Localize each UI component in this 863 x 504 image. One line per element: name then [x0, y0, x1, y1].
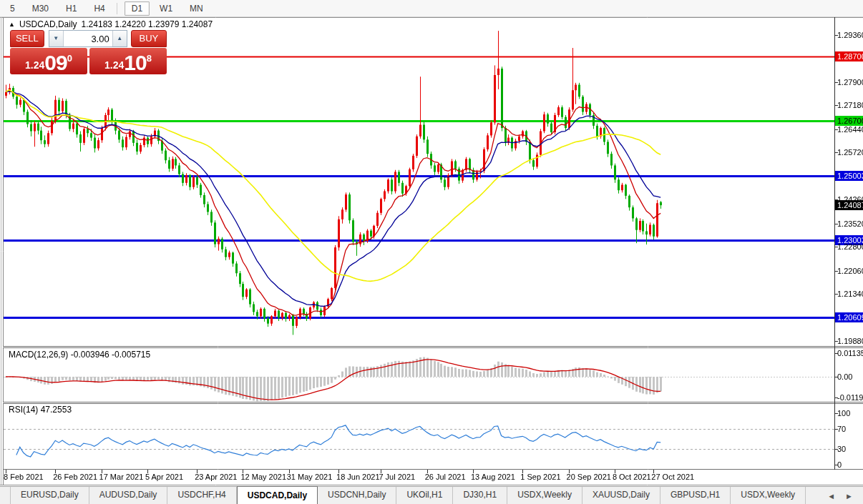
- price-tick-label: 1.29360: [835, 30, 863, 40]
- chart-ohlc-values: 1.24183 1.24220 1.23979 1.24087: [82, 19, 213, 29]
- level-price-label: 1.25003: [835, 171, 863, 181]
- price-tick-label: 1.23520: [835, 219, 863, 229]
- chart-canvas[interactable]: [0, 0, 863, 504]
- macd-tick-label: 0.00: [835, 372, 863, 382]
- chart-symbol-label: USDCAD,Daily: [19, 19, 77, 29]
- date-tick-label: 18 Jun 2021: [336, 473, 380, 481]
- date-axis[interactable]: 8 Feb 202126 Feb 202117 Mar 20215 Apr 20…: [0, 470, 863, 485]
- price-tick-label: 1.26440: [835, 124, 863, 134]
- chart-tab-bar: EURUSD,DailyAUDUSD,DailyUSDCHF,H4USDCAD,…: [0, 486, 863, 504]
- rsi-tick-label: 70: [835, 424, 863, 434]
- tab-audusd-daily[interactable]: AUDUSD,Daily: [89, 487, 168, 504]
- buy-price-prefix: 1.24: [104, 59, 124, 71]
- rsi-value: 47.2553: [41, 405, 72, 415]
- price-tick-label: 1.19880: [835, 336, 863, 346]
- tab-usdcad-daily[interactable]: USDCAD,Daily: [237, 486, 318, 504]
- tab-usdx-weekly[interactable]: USDX,Weekly: [731, 487, 806, 504]
- buy-price-big: 10: [124, 53, 146, 73]
- tab-ukoil-h1[interactable]: UKOil,H1: [396, 487, 453, 504]
- macd-tick-label: 0.01135: [835, 348, 863, 358]
- lot-size-input[interactable]: [64, 31, 112, 46]
- date-tick-label: 12 May 2021: [240, 473, 286, 481]
- one-click-trading-panel: SELL ▼ ▲ BUY 1.24 09 0 1.24 10 8: [10, 30, 167, 71]
- buy-price-button[interactable]: 1.24 10 8: [89, 48, 167, 74]
- macd-indicator-label: MACD(12,26,9) -0.003946 -0.005715: [9, 350, 150, 360]
- tab-usdchf-h4[interactable]: USDCHF,H4: [167, 487, 236, 504]
- date-tick-label: 7 Jul 2021: [379, 473, 415, 481]
- tab-scroll-right-icon[interactable]: ►: [845, 492, 853, 500]
- tab-dj30-h1[interactable]: DJ30,H1: [453, 487, 507, 504]
- date-tick-label: 5 Apr 2021: [145, 473, 183, 481]
- tab-xauusd-daily[interactable]: XAUUSD,Daily: [582, 487, 660, 504]
- lot-decrease-icon[interactable]: ▼: [49, 31, 64, 46]
- date-tick-label: 27 Oct 2021: [651, 473, 694, 481]
- date-tick-label: 26 Feb 2021: [53, 473, 97, 481]
- chart-title: ▲ USDCAD,Daily 1.24183 1.24220 1.23979 1…: [9, 19, 213, 29]
- current-price-label: 1.24087: [835, 200, 863, 210]
- price-tick-label: 1.21340: [835, 289, 863, 299]
- date-tick-label: 8 Oct 2021: [613, 473, 651, 481]
- rsi-tick-label: 100: [835, 408, 863, 418]
- macd-values: -0.003946 -0.005715: [71, 350, 150, 360]
- rsi-tick-label: 0: [835, 460, 863, 470]
- sell-price-pip: 0: [67, 53, 72, 64]
- lot-size-spinner: ▼ ▲: [49, 30, 127, 47]
- macd-name: MACD(12,26,9): [9, 350, 68, 360]
- tab-gbpusd-h1[interactable]: GBPUSD,H1: [660, 487, 731, 504]
- level-price-label: 1.20609: [835, 312, 863, 322]
- date-tick-label: 1 Sep 2021: [520, 473, 560, 481]
- tab-scroll-buttons: ◄►: [827, 487, 863, 504]
- date-tick-label: 13 Aug 2021: [471, 473, 515, 481]
- price-tick-label: 1.25720: [835, 147, 863, 157]
- macd-tick-label: -0.01190: [835, 392, 863, 402]
- rsi-indicator-label: RSI(14) 47.2553: [9, 405, 72, 415]
- tab-eurusd-daily[interactable]: EURUSD,Daily: [10, 487, 89, 504]
- lot-increase-icon[interactable]: ▲: [112, 31, 127, 46]
- tab-usdx-weekly[interactable]: USDX,Weekly: [507, 487, 582, 504]
- price-tick-label: 1.22060: [835, 266, 863, 276]
- price-tick-label: 1.27180: [835, 100, 863, 110]
- buy-button[interactable]: BUY: [131, 30, 167, 47]
- date-tick-label: 31 May 2021: [287, 473, 333, 481]
- date-tick-label: 8 Feb 2021: [4, 473, 44, 481]
- sell-price-prefix: 1.24: [25, 59, 44, 71]
- sell-price-button[interactable]: 1.24 09 0: [10, 48, 87, 74]
- price-tick-label: 1.27900: [835, 77, 863, 87]
- collapse-chart-icon[interactable]: ▲: [9, 21, 15, 28]
- rsi-tick-label: 30: [835, 444, 863, 454]
- trading-platform-window: 5M30H1H4D1W1MN ▲ USDCAD,Daily 1.24183 1.…: [0, 0, 863, 504]
- rsi-name: RSI(14): [9, 405, 38, 415]
- sell-price-big: 09: [44, 53, 67, 73]
- date-tick-label: 23 Apr 2021: [195, 473, 237, 481]
- tab-usdcnh-daily[interactable]: USDCNH,Daily: [318, 487, 396, 504]
- date-tick-label: 26 Jul 2021: [425, 473, 466, 481]
- level-price-label: 1.28700: [835, 51, 863, 61]
- date-tick-label: 20 Sep 2021: [567, 473, 611, 481]
- tab-scroll-left-icon[interactable]: ◄: [827, 492, 835, 500]
- date-tick-label: 17 Mar 2021: [99, 473, 144, 481]
- price-tick-label: 1.22800: [835, 242, 863, 252]
- buy-price-pip: 8: [147, 53, 152, 64]
- sell-button[interactable]: SELL: [10, 30, 44, 47]
- price-axis[interactable]: 1.293601.287001.279001.271801.267001.264…: [835, 19, 863, 469]
